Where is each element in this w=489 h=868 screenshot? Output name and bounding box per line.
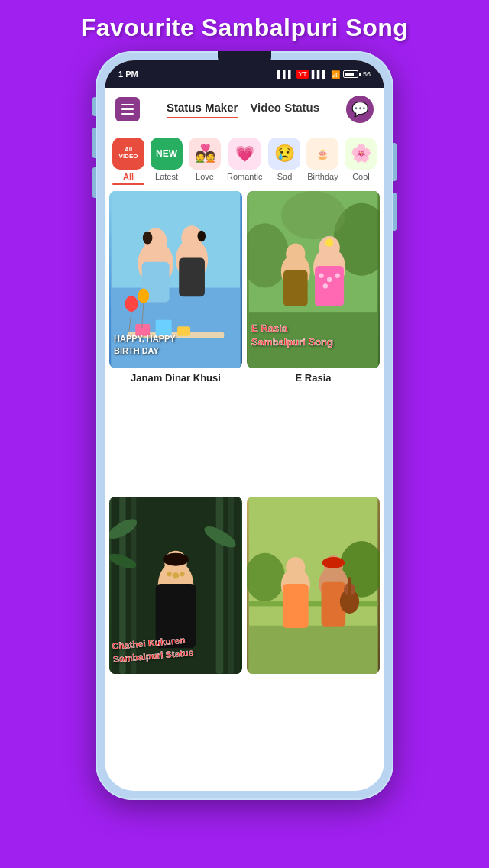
svg-point-48	[180, 572, 184, 576]
romantic-icon-wrap: 💗	[228, 138, 261, 170]
cat-label-all: All	[123, 172, 134, 181]
video-1-overlay: HAPPY, HAPPYBIRTH DAY	[114, 333, 238, 357]
cat-label-cool: Cool	[352, 172, 370, 181]
svg-point-22	[281, 191, 345, 239]
video-thumb-4	[247, 497, 380, 674]
video-1-title: Janam Dinar Khusi	[109, 368, 242, 385]
page-title: Favourite Sambalpuri Song	[66, 0, 424, 51]
hamburger-line-3	[121, 113, 134, 115]
category-all[interactable]: AllVIDEO All	[112, 138, 144, 185]
svg-point-5	[143, 232, 153, 245]
svg-point-15	[138, 289, 149, 303]
notch	[218, 60, 271, 65]
video-thumb-3: Chathei KukurenSambalpuri Status	[109, 497, 242, 674]
svg-point-14	[125, 296, 138, 312]
birthday-icon: 🎂	[316, 149, 329, 159]
battery-icon: 56	[343, 70, 371, 78]
all-icon: AllVIDEO	[112, 138, 144, 170]
tab-video-status[interactable]: Video Status	[250, 101, 319, 118]
status-time: 1 PM	[118, 70, 138, 79]
tab-status-maker[interactable]: Status Maker	[167, 101, 238, 118]
svg-point-33	[325, 238, 334, 247]
svg-rect-50	[249, 626, 378, 674]
silent-button	[92, 97, 96, 116]
category-birthday[interactable]: 🎂 Birthday	[306, 138, 338, 181]
video-4-title	[247, 674, 380, 679]
hamburger-line-1	[121, 104, 134, 105]
signal-icon-2: ▌▌▌	[312, 70, 328, 79]
status-icons: ▌▌▌ YT ▌▌▌ 📶 56	[277, 70, 371, 79]
header-tabs: Status Maker Video Status	[167, 101, 319, 118]
category-scroll[interactable]: AllVIDEO All NEW Latest 💑 Love	[105, 131, 384, 191]
hamburger-line-2	[121, 108, 134, 110]
vol-up-button	[92, 128, 96, 158]
svg-rect-25	[283, 270, 308, 306]
birthday-icon-wrap: 🎂	[306, 138, 338, 170]
menu-button[interactable]	[115, 97, 140, 121]
app-header: Status Maker Video Status 💬	[105, 88, 384, 131]
cat-label-latest: Latest	[155, 172, 178, 181]
vol-down-button	[92, 167, 96, 198]
video-thumb-2: E RasiaSambalpuri Song	[247, 191, 380, 368]
cat-label-birthday: Birthday	[307, 172, 338, 181]
svg-point-45	[163, 553, 189, 566]
phone-screen: 1 PM ▌▌▌ YT ▌▌▌ 📶 56	[105, 60, 384, 791]
svg-point-29	[319, 274, 323, 278]
video-3-title	[109, 674, 242, 679]
svg-point-32	[323, 283, 328, 288]
status-bar: 1 PM ▌▌▌ YT ▌▌▌ 📶 56	[105, 60, 384, 88]
svg-rect-28	[315, 266, 344, 306]
active-underline	[112, 183, 144, 185]
wifi-icon: 📶	[331, 70, 340, 79]
sad-icon: 😢	[274, 144, 295, 164]
love-icon: 💑	[195, 144, 215, 164]
category-love[interactable]: 💑 Love	[189, 138, 221, 181]
cat-label-romantic: Romantic	[227, 172, 262, 181]
video-item-3[interactable]: Chathei KukurenSambalpuri Status	[109, 497, 242, 786]
volume-button	[393, 193, 397, 231]
couple-svg-4	[247, 497, 380, 674]
category-cool[interactable]: 🌸 Cool	[345, 138, 377, 181]
cool-icon: 🌸	[351, 144, 371, 164]
cool-icon-wrap: 🌸	[345, 138, 377, 170]
svg-point-9	[197, 231, 206, 242]
cat-label-sad: Sad	[277, 172, 293, 181]
power-button	[393, 143, 397, 181]
video-item-4[interactable]	[247, 497, 380, 786]
svg-point-55	[286, 557, 305, 578]
cat-label-love: Love	[196, 172, 214, 181]
phone-frame: 1 PM ▌▌▌ YT ▌▌▌ 📶 56	[96, 51, 393, 800]
romantic-icon: 💗	[235, 144, 254, 163]
new-icon: NEW	[151, 138, 183, 170]
sad-icon-wrap: 😢	[268, 138, 300, 170]
svg-rect-62	[348, 577, 351, 601]
video-2-title: E Rasia	[247, 368, 380, 385]
whatsapp-button[interactable]: 💬	[346, 96, 374, 123]
svg-rect-56	[283, 584, 309, 628]
svg-point-24	[286, 244, 305, 264]
love-icon-wrap: 💑	[189, 138, 221, 170]
whatsapp-icon: 💬	[351, 101, 368, 118]
signal-icon: ▌▌▌	[277, 70, 293, 79]
category-sad[interactable]: 😢 Sad	[268, 138, 300, 181]
video-thumb-1: ❄ ❄ ❄ ❄ FAISAL	[109, 191, 242, 368]
svg-point-30	[327, 277, 332, 282]
video-item-1[interactable]: ❄ ❄ ❄ ❄ FAISAL	[109, 191, 242, 492]
svg-point-63	[322, 557, 345, 568]
video-2-overlay: E RasiaSambalpuri Song	[251, 322, 375, 349]
svg-rect-8	[179, 258, 205, 297]
video-item-2[interactable]: E RasiaSambalpuri Song E Rasia	[247, 191, 380, 492]
category-latest[interactable]: NEW Latest	[151, 138, 183, 181]
category-romantic[interactable]: 💗 Romantic	[227, 138, 262, 181]
svg-point-47	[167, 572, 171, 576]
svg-point-31	[335, 274, 339, 278]
svg-point-46	[173, 572, 179, 578]
yt-icon: YT	[296, 70, 309, 79]
video-grid: ❄ ❄ ❄ ❄ FAISAL	[105, 191, 384, 791]
